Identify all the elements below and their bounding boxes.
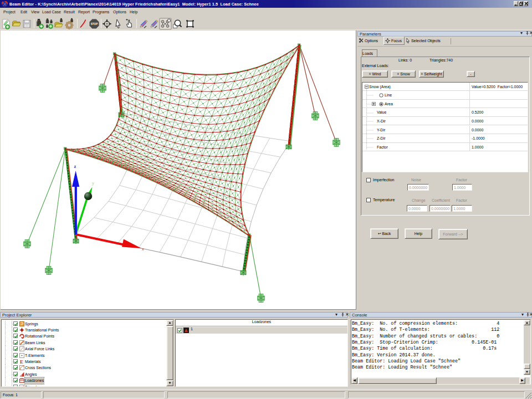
svg-text:y: y	[92, 181, 94, 186]
svg-text:E: E	[20, 359, 23, 364]
svg-text:x: x	[142, 247, 144, 252]
svg-text:STOP: STOP	[91, 23, 98, 25]
svg-text:z: z	[74, 164, 76, 169]
